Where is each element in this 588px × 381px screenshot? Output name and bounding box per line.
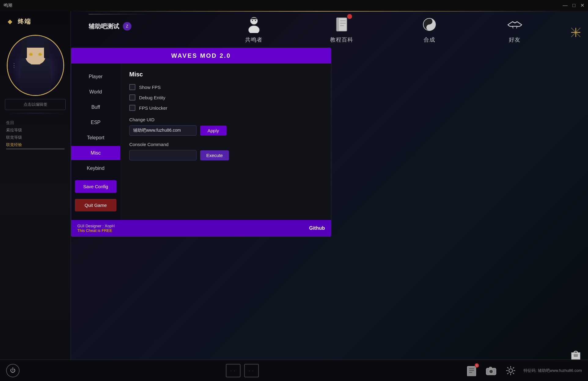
taskbar-center: · · · · [226, 364, 259, 377]
mod-footer: GUI Designer : XopH This Cheat is FREE G… [71, 220, 331, 236]
nav-item-friends[interactable]: 好友 [499, 12, 530, 46]
camera-taskbar-icon[interactable] [484, 364, 498, 377]
taskbar-bracket-right[interactable]: · · [244, 364, 259, 377]
apply-button[interactable]: Apply [200, 126, 226, 136]
nav-item-synthesis[interactable]: 合成 [414, 12, 445, 46]
stat-resonance-level: 联觉等级 [6, 135, 64, 140]
svg-rect-25 [489, 367, 492, 369]
nav-item-resonators[interactable]: 共鸣者 [239, 12, 269, 46]
taskbar-right: 1 特征码: 辅助吧www.fuzhu86.com [465, 364, 582, 377]
encyclopedia-label: 教程百科 [330, 36, 353, 43]
svg-point-3 [255, 20, 256, 21]
taskbar-bracket-left[interactable]: · · [226, 364, 241, 377]
change-uid-label: Change UID [129, 117, 322, 122]
mod-body: Player World Buff ESP Teleport Misc Keyb… [71, 64, 331, 220]
mod-nav-esp[interactable]: ESP [71, 115, 120, 130]
svg-point-10 [428, 20, 431, 23]
stat-resonance-exp: 联觉经验 [6, 142, 64, 149]
svg-point-11 [428, 26, 431, 29]
window-close-button[interactable]: ✕ [580, 3, 584, 8]
fps-unlocker-row: FPS Unlocker [129, 105, 322, 111]
fps-unlocker-label: FPS Unlocker [139, 105, 167, 111]
show-fps-label: Show FPS [139, 85, 161, 90]
change-uid-section: Change UID Apply [129, 117, 322, 136]
sidebar-logo-icon: ◆ [5, 16, 15, 26]
svg-point-24 [490, 370, 492, 373]
sidebar-header: ◆ 终端 [0, 11, 71, 32]
bracket-left-icon: · · [230, 368, 236, 373]
svg-point-26 [509, 369, 513, 372]
mod-content: Misc Show FPS Debug Entity FPS Unlocker … [120, 64, 331, 220]
footer-designer: GUI Designer : XopH [77, 224, 115, 228]
quit-game-button[interactable]: Quit Game [75, 199, 116, 211]
taskbar: ⏻ · · · · 1 [0, 360, 588, 381]
avatar-container: ⋮ [7, 35, 64, 96]
top-nav: 共鸣者 教程百科 [71, 11, 564, 48]
github-button[interactable]: Github [309, 225, 325, 231]
watermark-text: 特征码: 辅助吧www.fuzhu86.com [524, 368, 582, 373]
window-controls: — □ ✕ [563, 3, 584, 8]
show-fps-checkbox[interactable] [129, 84, 135, 90]
synthesis-icon [420, 15, 439, 34]
console-row: Execute [129, 150, 322, 160]
window-title: 鸣潮 [4, 3, 12, 8]
bracket-right-icon: · · [249, 368, 254, 373]
svg-rect-5 [336, 18, 339, 31]
mod-header: WAVES MOD 2.0 [71, 48, 331, 64]
footer-info: GUI Designer : XopH This Cheat is FREE [77, 224, 115, 233]
mod-overlay-panel: WAVES MOD 2.0 Player World Buff ESP Tele… [71, 48, 331, 237]
encyclopedia-icon [333, 15, 351, 34]
resonators-icon [245, 15, 263, 34]
console-command-section: Console Command Execute [129, 142, 322, 160]
stat-birthday: 生日 [6, 120, 64, 126]
misc-section-title: Misc [129, 71, 322, 78]
mod-nav-buff[interactable]: Buff [71, 100, 120, 114]
footer-free-label: This Cheat is FREE [77, 228, 115, 233]
console-command-label: Console Command [129, 142, 322, 147]
quest-notification-badge: 1 [475, 363, 479, 368]
settings-taskbar-icon[interactable] [504, 364, 517, 377]
friends-label: 好友 [509, 36, 520, 43]
debug-entity-label: Debug Entity [139, 95, 165, 100]
mod-nav-misc[interactable]: Misc [71, 146, 120, 160]
fps-unlocker-checkbox[interactable] [129, 105, 135, 111]
mod-nav-teleport[interactable]: Teleport [71, 131, 120, 145]
stat-sola-level: 索拉等级 [6, 127, 64, 133]
svg-rect-18 [467, 366, 476, 376]
svg-point-1 [248, 26, 259, 33]
sidebar-stats: 生日 索拉等级 联觉等级 联觉经验 [0, 116, 71, 153]
minimize-button[interactable]: — [563, 3, 568, 8]
svg-point-2 [252, 20, 253, 21]
game-background: ◆ 终端 [0, 11, 588, 381]
debug-entity-checkbox[interactable] [129, 94, 135, 101]
show-fps-row: Show FPS [129, 84, 322, 90]
power-icon: ⏻ [10, 367, 16, 374]
cross-menu-icon[interactable] [570, 26, 582, 40]
mod-nav-world[interactable]: World [71, 85, 120, 99]
window-title-text: 鸣潮 [4, 3, 12, 8]
mod-title: WAVES MOD 2.0 [171, 52, 231, 59]
mod-nav-player[interactable]: Player [71, 70, 120, 84]
friends-icon [505, 15, 524, 34]
uid-row: Apply [129, 125, 322, 136]
taskbar-left: ⏻ [6, 364, 20, 377]
resonators-label: 共鸣者 [245, 36, 263, 43]
power-button[interactable]: ⏻ [6, 364, 20, 377]
right-icons-panel: 背包 [564, 11, 588, 381]
console-input[interactable] [129, 150, 197, 160]
quest-taskbar-icon[interactable]: 1 [465, 364, 478, 377]
edit-label-button[interactable]: 点击以编辑签 [5, 99, 66, 110]
uid-input[interactable] [129, 125, 197, 136]
mod-sidebar: Player World Buff ESP Teleport Misc Keyb… [71, 64, 120, 220]
maximize-button[interactable]: □ [572, 3, 575, 8]
sidebar-divider [7, 113, 64, 113]
nav-item-encyclopedia[interactable]: 教程百科 [324, 12, 359, 46]
execute-button[interactable]: Execute [200, 150, 229, 160]
left-sidebar: ◆ 终端 [0, 11, 71, 381]
debug-entity-row: Debug Entity [129, 94, 322, 101]
mod-nav-keybind[interactable]: Keybind [71, 161, 120, 175]
sidebar-title: 终端 [18, 17, 31, 26]
avatar-menu-icon[interactable]: ⋮ [11, 62, 17, 69]
save-config-button[interactable]: Save Config [75, 180, 116, 193]
window-chrome: 鸣潮 — □ ✕ [0, 0, 588, 11]
